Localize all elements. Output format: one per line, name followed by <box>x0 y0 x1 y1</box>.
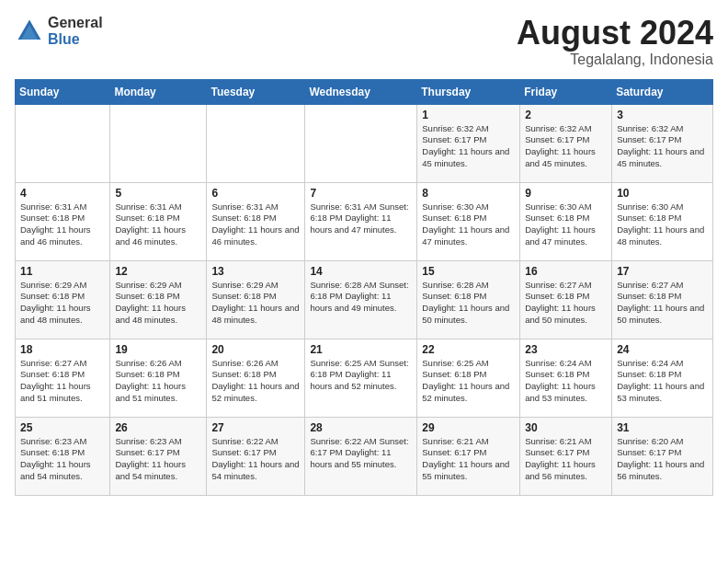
day-number: 31 <box>617 421 708 434</box>
day-detail: Sunrise: 6:28 AM Sunset: 6:18 PM Dayligh… <box>422 280 515 327</box>
day-number: 11 <box>20 265 105 278</box>
day-cell <box>305 104 417 182</box>
day-number: 10 <box>617 187 708 200</box>
day-detail: Sunrise: 6:23 AM Sunset: 6:18 PM Dayligh… <box>20 436 105 483</box>
day-cell: 3Sunrise: 6:32 AM Sunset: 6:17 PM Daylig… <box>612 104 713 182</box>
day-number: 6 <box>211 187 300 200</box>
day-number: 26 <box>115 421 201 434</box>
day-number: 19 <box>115 343 201 356</box>
day-detail: Sunrise: 6:30 AM Sunset: 6:18 PM Dayligh… <box>617 201 708 248</box>
day-number: 15 <box>422 265 515 278</box>
header-cell-monday: Monday <box>110 79 207 104</box>
day-detail: Sunrise: 6:26 AM Sunset: 6:18 PM Dayligh… <box>115 358 201 405</box>
header-cell-thursday: Thursday <box>417 79 520 104</box>
day-detail: Sunrise: 6:29 AM Sunset: 6:18 PM Dayligh… <box>20 280 105 327</box>
day-cell: 4Sunrise: 6:31 AM Sunset: 6:18 PM Daylig… <box>16 182 110 260</box>
day-detail: Sunrise: 6:25 AM Sunset: 6:18 PM Dayligh… <box>310 358 412 393</box>
header-cell-sunday: Sunday <box>16 79 110 104</box>
day-number: 22 <box>422 343 515 356</box>
day-number: 25 <box>20 421 105 434</box>
day-cell: 24Sunrise: 6:24 AM Sunset: 6:18 PM Dayli… <box>612 339 713 417</box>
day-number: 23 <box>525 343 607 356</box>
day-detail: Sunrise: 6:22 AM Sunset: 6:17 PM Dayligh… <box>310 436 412 471</box>
week-row-1: 1Sunrise: 6:32 AM Sunset: 6:17 PM Daylig… <box>16 104 713 182</box>
day-cell: 31Sunrise: 6:20 AM Sunset: 6:17 PM Dayli… <box>612 417 713 495</box>
logo: General Blue <box>15 15 103 47</box>
day-number: 28 <box>310 421 412 434</box>
day-detail: Sunrise: 6:26 AM Sunset: 6:18 PM Dayligh… <box>211 358 300 405</box>
day-detail: Sunrise: 6:27 AM Sunset: 6:18 PM Dayligh… <box>525 280 607 327</box>
day-cell: 1Sunrise: 6:32 AM Sunset: 6:17 PM Daylig… <box>417 104 520 182</box>
day-cell <box>207 104 305 182</box>
day-cell: 21Sunrise: 6:25 AM Sunset: 6:18 PM Dayli… <box>305 339 417 417</box>
day-cell: 5Sunrise: 6:31 AM Sunset: 6:18 PM Daylig… <box>110 182 207 260</box>
day-number: 8 <box>422 187 515 200</box>
day-number: 9 <box>525 187 607 200</box>
week-row-4: 18Sunrise: 6:27 AM Sunset: 6:18 PM Dayli… <box>16 339 713 417</box>
day-cell: 15Sunrise: 6:28 AM Sunset: 6:18 PM Dayli… <box>417 260 520 339</box>
day-number: 14 <box>310 265 412 278</box>
day-number: 5 <box>115 187 201 200</box>
day-detail: Sunrise: 6:21 AM Sunset: 6:17 PM Dayligh… <box>525 436 607 483</box>
day-detail: Sunrise: 6:28 AM Sunset: 6:18 PM Dayligh… <box>310 280 412 315</box>
day-cell: 19Sunrise: 6:26 AM Sunset: 6:18 PM Dayli… <box>110 339 207 417</box>
logo-blue: Blue <box>48 31 103 48</box>
month-year: August 2024 <box>517 15 713 52</box>
location: Tegalalang, Indonesia <box>517 52 713 68</box>
day-number: 12 <box>115 265 201 278</box>
day-cell: 27Sunrise: 6:22 AM Sunset: 6:17 PM Dayli… <box>207 417 305 495</box>
calendar-table: SundayMondayTuesdayWednesdayThursdayFrid… <box>15 79 713 496</box>
week-row-3: 11Sunrise: 6:29 AM Sunset: 6:18 PM Dayli… <box>16 260 713 339</box>
header-cell-friday: Friday <box>520 79 612 104</box>
day-detail: Sunrise: 6:27 AM Sunset: 6:18 PM Dayligh… <box>617 280 708 327</box>
day-cell: 17Sunrise: 6:27 AM Sunset: 6:18 PM Dayli… <box>612 260 713 339</box>
header-row: SundayMondayTuesdayWednesdayThursdayFrid… <box>16 79 713 104</box>
day-cell: 8Sunrise: 6:30 AM Sunset: 6:18 PM Daylig… <box>417 182 520 260</box>
day-cell: 30Sunrise: 6:21 AM Sunset: 6:17 PM Dayli… <box>520 417 612 495</box>
day-number: 7 <box>310 187 412 200</box>
day-number: 1 <box>422 109 515 121</box>
day-number: 17 <box>617 265 708 278</box>
day-number: 4 <box>20 187 105 200</box>
day-detail: Sunrise: 6:21 AM Sunset: 6:17 PM Dayligh… <box>422 436 515 483</box>
day-number: 13 <box>211 265 300 278</box>
day-cell: 6Sunrise: 6:31 AM Sunset: 6:18 PM Daylig… <box>207 182 305 260</box>
day-detail: Sunrise: 6:30 AM Sunset: 6:18 PM Dayligh… <box>422 201 515 248</box>
day-cell: 11Sunrise: 6:29 AM Sunset: 6:18 PM Dayli… <box>16 260 110 339</box>
day-detail: Sunrise: 6:30 AM Sunset: 6:18 PM Dayligh… <box>525 201 607 248</box>
header-cell-wednesday: Wednesday <box>305 79 417 104</box>
day-detail: Sunrise: 6:23 AM Sunset: 6:17 PM Dayligh… <box>115 436 201 483</box>
day-detail: Sunrise: 6:25 AM Sunset: 6:18 PM Dayligh… <box>422 358 515 405</box>
week-row-2: 4Sunrise: 6:31 AM Sunset: 6:18 PM Daylig… <box>16 182 713 260</box>
day-cell: 12Sunrise: 6:29 AM Sunset: 6:18 PM Dayli… <box>110 260 207 339</box>
day-detail: Sunrise: 6:27 AM Sunset: 6:18 PM Dayligh… <box>20 358 105 405</box>
day-cell <box>110 104 207 182</box>
day-cell: 23Sunrise: 6:24 AM Sunset: 6:18 PM Dayli… <box>520 339 612 417</box>
day-cell: 9Sunrise: 6:30 AM Sunset: 6:18 PM Daylig… <box>520 182 612 260</box>
title-block: August 2024 Tegalalang, Indonesia <box>517 15 713 68</box>
day-detail: Sunrise: 6:24 AM Sunset: 6:18 PM Dayligh… <box>617 358 708 405</box>
day-cell: 7Sunrise: 6:31 AM Sunset: 6:18 PM Daylig… <box>305 182 417 260</box>
day-cell: 29Sunrise: 6:21 AM Sunset: 6:17 PM Dayli… <box>417 417 520 495</box>
day-number: 20 <box>211 343 300 356</box>
logo-general: General <box>48 15 103 31</box>
day-number: 30 <box>525 421 607 434</box>
day-cell: 28Sunrise: 6:22 AM Sunset: 6:17 PM Dayli… <box>305 417 417 495</box>
day-number: 3 <box>617 109 708 121</box>
week-row-5: 25Sunrise: 6:23 AM Sunset: 6:18 PM Dayli… <box>16 417 713 495</box>
day-cell: 16Sunrise: 6:27 AM Sunset: 6:18 PM Dayli… <box>520 260 612 339</box>
day-detail: Sunrise: 6:29 AM Sunset: 6:18 PM Dayligh… <box>211 280 300 327</box>
day-detail: Sunrise: 6:22 AM Sunset: 6:17 PM Dayligh… <box>211 436 300 483</box>
day-detail: Sunrise: 6:20 AM Sunset: 6:17 PM Dayligh… <box>617 436 708 483</box>
day-detail: Sunrise: 6:31 AM Sunset: 6:18 PM Dayligh… <box>115 201 201 248</box>
day-detail: Sunrise: 6:31 AM Sunset: 6:18 PM Dayligh… <box>211 201 300 248</box>
day-cell: 20Sunrise: 6:26 AM Sunset: 6:18 PM Dayli… <box>207 339 305 417</box>
day-detail: Sunrise: 6:32 AM Sunset: 6:17 PM Dayligh… <box>525 123 607 170</box>
day-detail: Sunrise: 6:29 AM Sunset: 6:18 PM Dayligh… <box>115 280 201 327</box>
day-detail: Sunrise: 6:32 AM Sunset: 6:17 PM Dayligh… <box>422 123 515 170</box>
day-cell: 13Sunrise: 6:29 AM Sunset: 6:18 PM Dayli… <box>207 260 305 339</box>
day-cell: 2Sunrise: 6:32 AM Sunset: 6:17 PM Daylig… <box>520 104 612 182</box>
day-number: 21 <box>310 343 412 356</box>
day-cell: 25Sunrise: 6:23 AM Sunset: 6:18 PM Dayli… <box>16 417 110 495</box>
day-detail: Sunrise: 6:32 AM Sunset: 6:17 PM Dayligh… <box>617 123 708 170</box>
